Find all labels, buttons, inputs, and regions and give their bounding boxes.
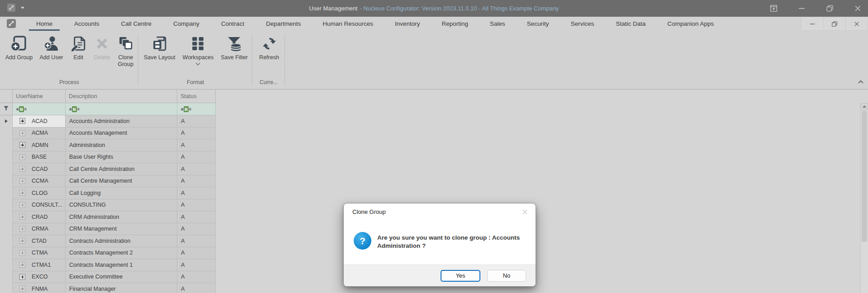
table-row[interactable]: CRMA CRM Management A bbox=[0, 223, 216, 236]
cell-status[interactable]: A bbox=[177, 163, 216, 175]
cell-description[interactable]: Contracts Management 2 bbox=[66, 247, 177, 260]
ribbon-tab[interactable]: Human Resources bbox=[312, 17, 384, 31]
ribbon-tab[interactable]: Security bbox=[516, 17, 560, 31]
table-row[interactable]: CTMA Contracts Management 2 A bbox=[0, 247, 216, 260]
table-row[interactable]: FNMA Financial Manager A bbox=[0, 283, 216, 293]
ribbon-tab[interactable]: Services bbox=[560, 17, 605, 31]
ribbon-tab[interactable]: Departments bbox=[255, 17, 312, 31]
quick-access-app-icon[interactable] bbox=[7, 4, 15, 12]
ribbon-tab[interactable]: Static Data bbox=[605, 17, 656, 31]
ribbon-button[interactable]: Workspaces bbox=[182, 34, 215, 66]
cell-description[interactable]: Contracts Administration bbox=[66, 235, 177, 247]
minimize-window-icon[interactable] bbox=[798, 5, 806, 12]
close-window-icon[interactable] bbox=[854, 5, 862, 12]
app-icon[interactable] bbox=[7, 19, 16, 28]
cell-username[interactable]: ACMA bbox=[13, 128, 66, 140]
expand-icon[interactable] bbox=[19, 118, 25, 124]
ribbon-button[interactable]: Edit bbox=[69, 34, 88, 62]
mdi-close-icon[interactable] bbox=[847, 18, 867, 29]
cell-status[interactable]: A bbox=[177, 247, 216, 260]
cell-description[interactable]: Call Logging bbox=[66, 187, 177, 199]
cell-status[interactable]: A bbox=[177, 139, 216, 151]
ribbon-tab[interactable]: Inventory bbox=[384, 17, 431, 31]
cell-description[interactable]: Administration bbox=[66, 139, 177, 151]
cell-status[interactable]: A bbox=[177, 235, 216, 247]
cell-status[interactable]: A bbox=[177, 283, 216, 293]
table-row[interactable]: EXCO Executive Committee A bbox=[0, 271, 216, 284]
expand-icon[interactable] bbox=[19, 130, 25, 136]
ribbon-button[interactable]: Save Filter bbox=[220, 34, 249, 62]
cell-status[interactable]: A bbox=[177, 271, 216, 284]
cell-username[interactable]: FNMA bbox=[13, 283, 66, 293]
quick-access-dropdown-icon[interactable] bbox=[21, 7, 24, 9]
expand-icon[interactable] bbox=[19, 190, 25, 196]
cell-description[interactable]: CRM Administration bbox=[66, 211, 177, 223]
header-description[interactable]: Description bbox=[66, 90, 177, 103]
cell-status[interactable]: A bbox=[177, 187, 216, 199]
cell-username[interactable]: CONSULT... bbox=[13, 199, 66, 212]
mdi-minimize-icon[interactable] bbox=[802, 18, 822, 29]
expand-icon[interactable] bbox=[19, 226, 25, 232]
expand-icon[interactable] bbox=[19, 286, 25, 292]
cell-username[interactable]: CTAD bbox=[13, 235, 66, 247]
cell-username[interactable]: ACAD bbox=[13, 115, 66, 128]
ribbon-tab[interactable]: Company bbox=[162, 17, 210, 31]
ribbon-button[interactable]: Save Layout bbox=[143, 34, 176, 62]
cell-description[interactable]: Financial Manager bbox=[66, 283, 177, 293]
cell-status[interactable]: A bbox=[177, 223, 216, 236]
expand-icon[interactable] bbox=[19, 142, 25, 148]
cell-username[interactable]: CCMA bbox=[13, 175, 66, 188]
cell-status[interactable]: A bbox=[177, 128, 216, 140]
cell-description[interactable]: Call Centre Administration bbox=[66, 163, 177, 175]
ribbon-tab[interactable]: Accounts bbox=[63, 17, 110, 31]
table-row[interactable]: BASE Base User Rights A bbox=[0, 151, 216, 164]
no-button[interactable]: No bbox=[487, 270, 526, 282]
expand-icon[interactable] bbox=[19, 262, 25, 268]
cell-username[interactable]: CRAD bbox=[13, 211, 66, 223]
mdi-restore-icon[interactable] bbox=[825, 18, 844, 29]
filter-description-cell[interactable]: aBc bbox=[66, 103, 177, 115]
cell-description[interactable]: Accounts Management bbox=[66, 128, 177, 140]
cell-description[interactable]: Accounts Administration bbox=[66, 115, 177, 128]
cell-username[interactable]: BASE bbox=[13, 151, 66, 164]
cell-username[interactable]: CLOG bbox=[13, 187, 66, 199]
ribbon-button[interactable]: Add User bbox=[38, 34, 64, 62]
table-row[interactable]: CCAD Call Centre Administration A bbox=[0, 163, 216, 175]
expand-icon[interactable] bbox=[19, 154, 25, 160]
table-row[interactable]: CTAD Contracts Administration A bbox=[0, 235, 216, 247]
ribbon-tab[interactable]: Call Centre bbox=[110, 17, 163, 31]
table-row[interactable]: ADMN Administration A bbox=[0, 139, 216, 151]
cell-username[interactable]: ADMN bbox=[13, 139, 66, 151]
cell-status[interactable]: A bbox=[177, 199, 216, 212]
fullscreen-window-icon[interactable] bbox=[770, 5, 778, 12]
cell-description[interactable]: Contracts Management 1 bbox=[66, 259, 177, 271]
vertical-scrollbar[interactable] bbox=[860, 103, 868, 293]
collapse-ribbon-icon[interactable] bbox=[858, 79, 864, 85]
cell-status[interactable]: A bbox=[177, 175, 216, 188]
table-row[interactable]: CONSULT... CONSULTING A bbox=[0, 199, 216, 212]
cell-username[interactable]: EXCO bbox=[13, 271, 66, 284]
cell-description[interactable]: CRM Management bbox=[66, 223, 177, 236]
cell-status[interactable]: A bbox=[177, 151, 216, 164]
cell-username[interactable]: CRMA bbox=[13, 223, 66, 236]
header-username[interactable]: UserName bbox=[13, 90, 66, 103]
table-row[interactable]: CTMA1 Contracts Management 1 A bbox=[0, 259, 216, 271]
ribbon-button[interactable]: Delete bbox=[93, 34, 111, 62]
cell-status[interactable]: A bbox=[177, 259, 216, 271]
table-row[interactable]: CRAD CRM Administration A bbox=[0, 211, 216, 223]
cell-username[interactable]: CTMA1 bbox=[13, 259, 66, 271]
expand-icon[interactable] bbox=[19, 214, 25, 220]
ribbon-button[interactable]: Refresh bbox=[258, 34, 280, 62]
cell-description[interactable]: Call Centre Management bbox=[66, 175, 177, 188]
expand-icon[interactable] bbox=[19, 238, 25, 244]
ribbon-button[interactable]: Clone Group bbox=[116, 34, 135, 69]
filter-status-cell[interactable]: aBc bbox=[177, 103, 216, 115]
ribbon-button[interactable]: Add Group bbox=[5, 34, 33, 62]
cell-description[interactable]: CONSULTING bbox=[66, 199, 177, 212]
expand-icon[interactable] bbox=[19, 250, 25, 256]
scroll-up-icon[interactable] bbox=[861, 103, 868, 110]
ribbon-tab[interactable]: Contract bbox=[210, 17, 255, 31]
expand-icon[interactable] bbox=[19, 166, 25, 172]
table-row[interactable]: ACMA Accounts Management A bbox=[0, 128, 216, 140]
expand-icon[interactable] bbox=[19, 178, 25, 184]
